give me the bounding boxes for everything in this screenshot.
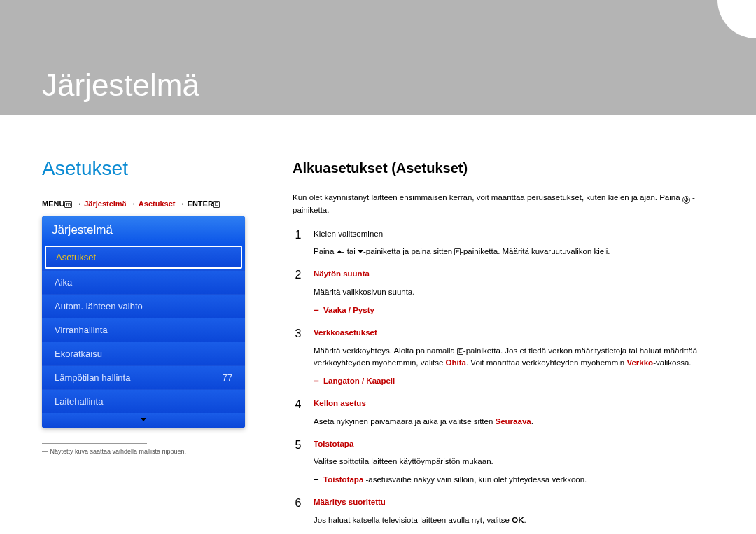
chapter-header: Järjestelmä <box>0 0 756 115</box>
step-row: 6Määritys suoritettuJos haluat katsella … <box>293 495 728 534</box>
step-row: 5ToistotapaValitse soittotila laitteen k… <box>293 437 728 492</box>
step-row: 3VerkkoasetuksetMääritä verkkoyhteys. Al… <box>293 325 728 393</box>
osd-menu-item-label: Asetukset <box>56 252 96 262</box>
step-text: Valitse soittotila laitteen käyttöympäri… <box>314 456 728 468</box>
osd-menu-item[interactable]: Aika <box>42 270 245 294</box>
page-corner <box>718 0 756 38</box>
osd-menu-item-label: Lämpötilan hallinta <box>55 372 130 383</box>
footnote: ― Näytetty kuva saattaa vaihdella mallis… <box>42 448 266 455</box>
osd-menu-item[interactable]: Virranhallinta <box>42 318 245 342</box>
chevron-down-icon <box>141 418 146 421</box>
page-content: Asetukset MENUm → Järjestelmä → Asetukse… <box>0 115 756 534</box>
step-number: 1 <box>293 227 304 265</box>
step-body: ToistotapaValitse soittotila laitteen kä… <box>314 437 728 492</box>
step-number: 2 <box>293 267 304 322</box>
step-title: Toistotapa <box>314 438 728 451</box>
step-number: 6 <box>293 495 304 534</box>
chapter-title: Järjestelmä <box>42 68 200 103</box>
osd-menu-item-label: Virranhallinta <box>55 325 108 335</box>
step-number: 3 <box>293 325 304 393</box>
step-title: Määritys suoritettu <box>314 496 728 509</box>
arrow-up-icon <box>337 250 342 253</box>
osd-menu-item[interactable]: Asetukset <box>45 246 242 269</box>
step-body: Määritys suoritettuJos haluat katsella t… <box>314 495 728 534</box>
step-body: Kellon asetusAseta nykyinen päivämäärä j… <box>314 396 728 434</box>
arrow-down-icon <box>358 250 363 253</box>
footnote-rule <box>42 443 147 444</box>
step-number: 5 <box>293 437 304 492</box>
step-text: Paina - tai -painiketta ja paina sitten … <box>314 246 728 258</box>
step-text: Määritä valikkosivun suunta. <box>314 286 728 299</box>
enter-icon: E <box>457 348 463 355</box>
step-row: 4Kellon asetusAseta nykyinen päivämäärä … <box>293 396 728 434</box>
osd-menu-item-label: Laitehallinta <box>55 396 103 407</box>
menu-icon: m <box>64 201 72 208</box>
step-note: Toistotapa -asetusvaihe näkyy vain sillo… <box>314 474 728 486</box>
step-option: Langaton / Kaapeli <box>314 375 728 388</box>
left-column: Asetukset MENUm → Järjestelmä → Asetukse… <box>42 157 266 534</box>
step-text: Kielen valitseminen <box>314 228 728 241</box>
step-option: Vaaka / Pysty <box>314 304 728 317</box>
step-body: Näytön suuntaMääritä valikkosivun suunta… <box>314 267 728 322</box>
osd-menu-item[interactable]: Autom. lähteen vaihto <box>42 294 245 318</box>
step-text: Aseta nykyinen päivämäärä ja aika ja val… <box>314 416 728 428</box>
osd-menu-item-label: Autom. lähteen vaihto <box>55 301 143 311</box>
step-body: Kielen valitseminenPaina - tai -painiket… <box>314 227 728 265</box>
osd-menu-header: Järjestelmä <box>42 216 245 244</box>
step-text: Määritä verkkoyhteys. Aloita painamalla … <box>314 345 728 370</box>
osd-menu-more[interactable] <box>42 413 245 428</box>
osd-menu: Järjestelmä AsetuksetAikaAutom. lähteen … <box>42 216 245 428</box>
breadcrumb-enter: ENTER <box>188 199 214 208</box>
breadcrumb: MENUm → Järjestelmä → Asetukset → ENTERE <box>42 199 266 208</box>
step-row: 1Kielen valitseminenPaina - tai -painike… <box>293 227 728 265</box>
osd-menu-item-value: 77 <box>223 372 232 383</box>
step-title: Verkkoasetukset <box>314 327 728 339</box>
intro-text: Kun olet käynnistänyt laitteen ensimmäis… <box>293 192 728 217</box>
enter-icon: E <box>454 248 461 255</box>
breadcrumb-part: Asetukset <box>139 199 176 208</box>
section-title: Asetukset <box>42 157 266 180</box>
power-icon: ⏻ <box>682 196 690 204</box>
step-row: 2Näytön suuntaMääritä valikkosivun suunt… <box>293 267 728 322</box>
subheading: Alkuasetukset (Asetukset) <box>293 157 728 179</box>
osd-menu-item[interactable]: Ekoratkaisu <box>42 342 245 365</box>
osd-menu-item[interactable]: Lämpötilan hallinta77 <box>42 365 245 389</box>
step-title: Kellon asetus <box>314 398 728 410</box>
breadcrumb-menu: MENU <box>42 199 64 208</box>
step-number: 4 <box>293 396 304 434</box>
step-body: VerkkoasetuksetMääritä verkkoyhteys. Alo… <box>314 325 728 393</box>
step-text: Jos haluat katsella televisiota laitteen… <box>314 514 728 527</box>
breadcrumb-part: Järjestelmä <box>84 199 127 208</box>
enter-icon: E <box>214 201 220 208</box>
osd-menu-item-label: Ekoratkaisu <box>55 349 102 359</box>
osd-menu-item[interactable]: Laitehallinta <box>42 389 245 413</box>
step-title: Näytön suunta <box>314 268 728 281</box>
right-column: Alkuasetukset (Asetukset) Kun olet käynn… <box>293 157 728 534</box>
osd-menu-item-label: Aika <box>55 277 72 288</box>
